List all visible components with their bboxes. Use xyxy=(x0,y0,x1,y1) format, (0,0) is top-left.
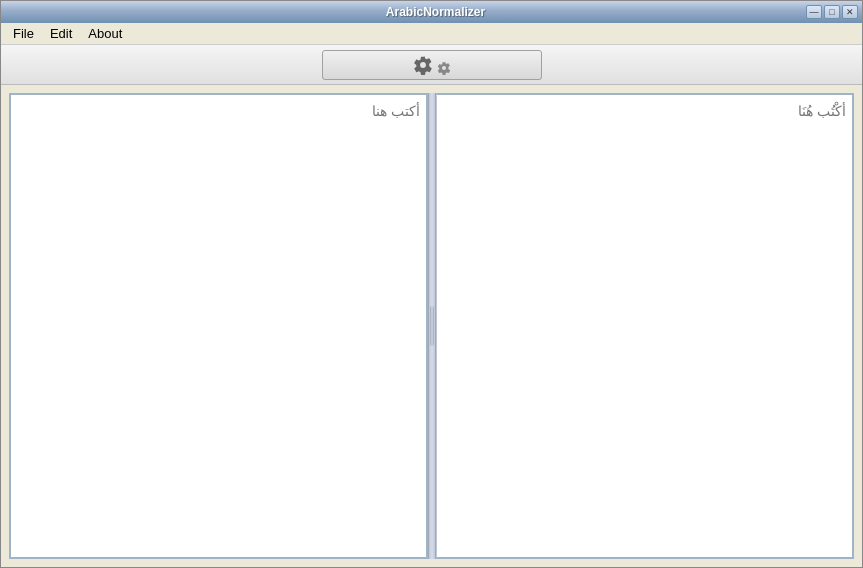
title-bar: ArabicNormalizer — □ ✕ xyxy=(1,1,862,23)
right-panel xyxy=(436,93,854,559)
gear-icon xyxy=(413,55,433,75)
process-button[interactable] xyxy=(322,50,542,80)
close-icon: ✕ xyxy=(846,7,854,17)
panel-divider[interactable] xyxy=(428,93,436,559)
maximize-icon: □ xyxy=(829,7,834,17)
menu-file-label: File xyxy=(13,26,34,41)
minimize-button[interactable]: — xyxy=(806,5,822,19)
window-controls: — □ ✕ xyxy=(806,5,858,19)
maximize-button[interactable]: □ xyxy=(824,5,840,19)
minimize-icon: — xyxy=(810,7,819,17)
gear-icon-small xyxy=(437,61,451,75)
main-window: ArabicNormalizer — □ ✕ File Edit About xyxy=(0,0,863,568)
menu-bar: File Edit About xyxy=(1,23,862,45)
right-text-output[interactable] xyxy=(437,95,852,557)
left-text-input[interactable] xyxy=(11,95,426,557)
window-title: ArabicNormalizer xyxy=(65,5,806,19)
menu-edit-label: Edit xyxy=(50,26,72,41)
menu-file[interactable]: File xyxy=(5,24,42,43)
menu-about-label: About xyxy=(88,26,122,41)
content-area xyxy=(1,85,862,567)
toolbar xyxy=(1,45,862,85)
left-panel xyxy=(9,93,428,559)
divider-handle xyxy=(430,306,434,346)
menu-about[interactable]: About xyxy=(80,24,130,43)
close-button[interactable]: ✕ xyxy=(842,5,858,19)
menu-edit[interactable]: Edit xyxy=(42,24,80,43)
